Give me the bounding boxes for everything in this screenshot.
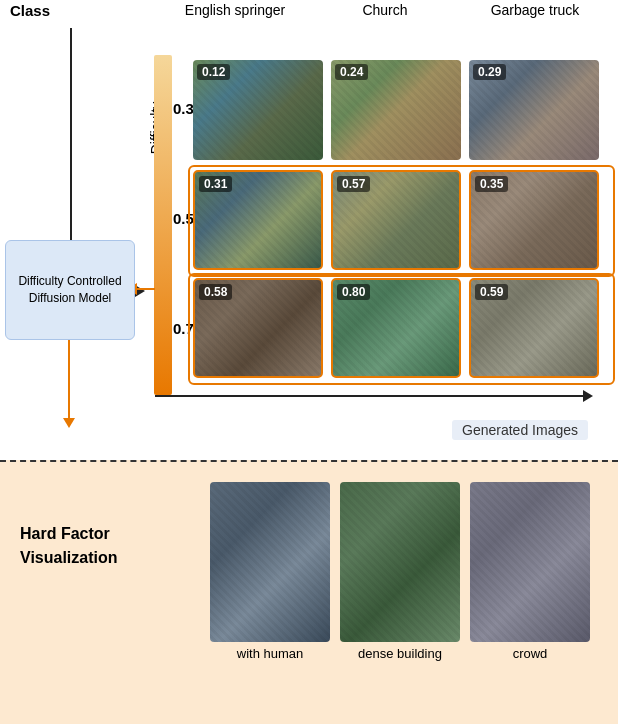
bottom-col-dense: dense building [340, 482, 460, 661]
hard-factor-title: Hard FactorVisualization [20, 522, 118, 570]
score-03-church: 0.24 [335, 64, 368, 80]
image-row-05: 0.31 0.57 0.35 [193, 170, 608, 270]
bottom-section: Hard FactorVisualization with human dens… [0, 460, 618, 724]
image-row-03: 0.12 0.24 0.29 [193, 60, 608, 160]
score-05-church: 0.57 [337, 176, 370, 192]
label-dense-building: dense building [358, 646, 442, 661]
score-03-springer: 0.12 [197, 64, 230, 80]
bottom-axis-arrow [155, 395, 585, 397]
model-box: Difficulty Controlled Diffusion Model [5, 240, 135, 340]
score-07-church: 0.80 [337, 284, 370, 300]
label-with-human: with human [237, 646, 303, 661]
image-church-07: 0.80 [331, 278, 461, 378]
score-05-garbage: 0.35 [475, 176, 508, 192]
column-headers: English springer Church Garbage truck [160, 0, 610, 18]
image-springer-03: 0.12 [193, 60, 323, 160]
score-05-springer: 0.31 [199, 176, 232, 192]
score-07-garbage: 0.59 [475, 284, 508, 300]
image-crowd [470, 482, 590, 642]
image-church-05: 0.57 [331, 170, 461, 270]
orange-arrow-horizontal [135, 288, 155, 290]
score-03-garbage: 0.29 [473, 64, 506, 80]
generated-images-label: Generated Images [452, 420, 588, 440]
difficulty-03: 0.3 [173, 100, 194, 117]
col-header-garbage: Garbage truck [465, 0, 605, 18]
bottom-images: with human dense building crowd [210, 482, 590, 661]
image-dense-building [340, 482, 460, 642]
col-header-church: Church [315, 0, 455, 18]
image-row-07: 0.58 0.80 0.59 [193, 278, 608, 378]
img-overlay [340, 482, 460, 642]
img-overlay [470, 482, 590, 642]
difficulty-gradient-bar [154, 55, 172, 395]
image-springer-05: 0.31 [193, 170, 323, 270]
orange-arrow-down [68, 340, 70, 420]
bottom-col-crowd: crowd [470, 482, 590, 661]
img-overlay [210, 482, 330, 642]
label-crowd: crowd [513, 646, 548, 661]
image-church-03: 0.24 [331, 60, 461, 160]
bottom-col-human: with human [210, 482, 330, 661]
image-springer-07: 0.58 [193, 278, 323, 378]
model-box-text: Difficulty Controlled Diffusion Model [6, 273, 134, 307]
class-label: Class [10, 2, 50, 19]
image-with-human [210, 482, 330, 642]
image-garbage-03: 0.29 [469, 60, 599, 160]
col-header-springer: English springer [165, 0, 305, 18]
score-07-springer: 0.58 [199, 284, 232, 300]
top-section: Class English springer Church Garbage tr… [0, 0, 618, 460]
image-garbage-07: 0.59 [469, 278, 599, 378]
image-garbage-05: 0.35 [469, 170, 599, 270]
